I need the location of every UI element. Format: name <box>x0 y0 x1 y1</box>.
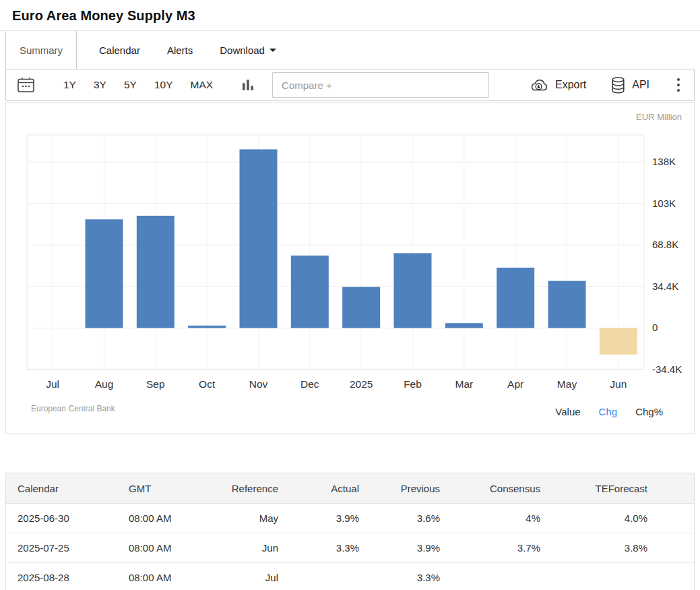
column-header: TEForecast <box>550 473 694 504</box>
table-cell: Jul <box>214 563 288 590</box>
bar[interactable] <box>394 253 432 328</box>
column-header: Consensus <box>449 473 550 504</box>
kebab-menu-icon <box>676 77 680 93</box>
range-max[interactable]: MAX <box>191 79 214 91</box>
range-10y[interactable]: 10Y <box>154 79 173 91</box>
page-header: Euro Area Money Supply M3 <box>0 0 700 31</box>
tab-alerts[interactable]: Alerts <box>154 31 206 69</box>
range-buttons: 1Y 3Y 5Y 10Y MAX <box>63 79 213 91</box>
calendar-table: CalendarGMTReferenceActualPreviousConsen… <box>6 473 694 590</box>
table-cell: 3.7% <box>449 533 550 563</box>
y-tick-label: 34.4K <box>652 281 678 292</box>
column-header: Reference <box>214 473 288 504</box>
table-cell <box>449 563 550 590</box>
table-cell: 2025-08-28 <box>6 563 117 590</box>
toggle-value[interactable]: Value <box>555 406 580 417</box>
api-label: API <box>632 79 649 91</box>
bar[interactable] <box>445 323 483 328</box>
table-cell: 08:00 AM <box>117 533 214 563</box>
x-tick-label: Feb <box>404 378 422 390</box>
y-axis-unit-label: EUR Million <box>636 112 682 122</box>
y-tick-label: 103K <box>652 198 676 209</box>
table-cell: 4% <box>449 504 550 533</box>
table-row[interactable]: 2025-06-3008:00 AMMay3.9%3.6%4%4.0% <box>6 504 694 533</box>
page: Euro Area Money Supply M3 Summary Calend… <box>0 0 700 590</box>
bar-chart-icon <box>241 78 255 92</box>
x-tick-label: Jun <box>610 378 627 390</box>
money-supply-bar-chart[interactable]: 138K103K68.8K34.4K0-34.4KJulAugSepOctNov… <box>6 127 695 392</box>
range-1y[interactable]: 1Y <box>63 79 76 91</box>
y-tick-label: 138K <box>652 156 676 167</box>
tab-summary[interactable]: Summary <box>5 31 77 69</box>
x-tick-label: Jul <box>46 378 59 390</box>
tab-summary-label: Summary <box>20 45 63 56</box>
x-tick-label: Apr <box>507 378 523 390</box>
source-label: European Central Bank <box>31 404 115 413</box>
table-cell <box>550 563 694 590</box>
table-cell <box>288 563 369 590</box>
table-cell: 3.8% <box>550 533 694 563</box>
x-tick-label: Oct <box>199 378 216 390</box>
range-3y[interactable]: 3Y <box>94 79 106 91</box>
y-tick-label: -34.4K <box>652 363 682 375</box>
calendar-icon <box>17 76 35 94</box>
table-cell: 3.9% <box>369 533 449 563</box>
table-cell: 3.6% <box>369 504 449 533</box>
tab-calendar[interactable]: Calendar <box>86 31 154 69</box>
table-header-row: CalendarGMTReferenceActualPreviousConsen… <box>6 473 694 504</box>
x-tick-label: May <box>557 378 577 390</box>
api-button[interactable]: API <box>610 76 649 94</box>
table-cell: 4.0% <box>550 504 694 533</box>
toggle-chg-pct[interactable]: Chg% <box>635 406 663 417</box>
x-tick-label: Aug <box>95 378 114 390</box>
calendar-table-card: CalendarGMTReferenceActualPreviousConsen… <box>5 473 695 590</box>
chart-card: EUR Million 138K103K68.8K34.4K0-34.4KJul… <box>5 102 695 434</box>
chart-type-button[interactable] <box>241 78 255 92</box>
calendar-range-button[interactable] <box>17 76 35 94</box>
bar[interactable] <box>86 219 123 328</box>
table-cell: 3.9% <box>288 504 369 533</box>
table-cell: 3.3% <box>288 533 369 563</box>
table-cell: May <box>214 504 288 533</box>
page-title: Euro Area Money Supply M3 <box>12 8 688 24</box>
database-icon <box>610 76 626 94</box>
bar[interactable] <box>342 287 380 328</box>
bar[interactable] <box>240 149 278 328</box>
column-header: Previous <box>369 473 449 504</box>
tab-alerts-label: Alerts <box>167 45 193 56</box>
more-options-button[interactable] <box>676 77 680 93</box>
tab-download-label: Download <box>220 45 265 56</box>
column-header: GMT <box>117 473 214 504</box>
bar[interactable] <box>188 326 226 328</box>
export-label: Export <box>555 79 586 91</box>
x-tick-label: Sep <box>146 378 165 390</box>
table-row[interactable]: 2025-07-2508:00 AMJun3.3%3.9%3.7%3.8% <box>6 533 694 563</box>
column-header: Calendar <box>6 473 117 504</box>
table-body: 2025-06-3008:00 AMMay3.9%3.6%4%4.0%2025-… <box>6 504 694 590</box>
export-button[interactable]: Export <box>528 78 586 93</box>
y-tick-label: 0 <box>652 322 658 333</box>
toggle-chg[interactable]: Chg <box>599 406 618 417</box>
x-tick-label: 2025 <box>350 378 373 390</box>
bar[interactable] <box>548 281 586 328</box>
bar[interactable] <box>497 268 534 328</box>
tab-calendar-label: Calendar <box>99 45 140 56</box>
caret-down-icon <box>269 49 276 52</box>
forecast-bar[interactable] <box>600 328 637 354</box>
y-tick-label: 68.8K <box>652 239 678 250</box>
column-header: Actual <box>288 473 369 504</box>
tab-download[interactable]: Download <box>206 31 290 69</box>
bar[interactable] <box>291 256 329 328</box>
range-5y[interactable]: 5Y <box>124 79 137 91</box>
table-cell: 08:00 AM <box>117 504 214 533</box>
table-row[interactable]: 2025-08-2808:00 AMJul3.3% <box>6 563 694 590</box>
compare-input[interactable] <box>272 72 489 98</box>
x-tick-label: Nov <box>249 378 268 390</box>
x-tick-label: Dec <box>300 378 319 390</box>
table-cell: 3.3% <box>369 563 449 590</box>
table-cell: 2025-06-30 <box>6 504 117 533</box>
bar[interactable] <box>137 216 174 328</box>
chart-toolbar: 1Y 3Y 5Y 10Y MAX Export <box>5 69 695 101</box>
series-toggles: Value Chg Chg% <box>555 406 663 417</box>
table-cell: Jun <box>214 533 288 563</box>
